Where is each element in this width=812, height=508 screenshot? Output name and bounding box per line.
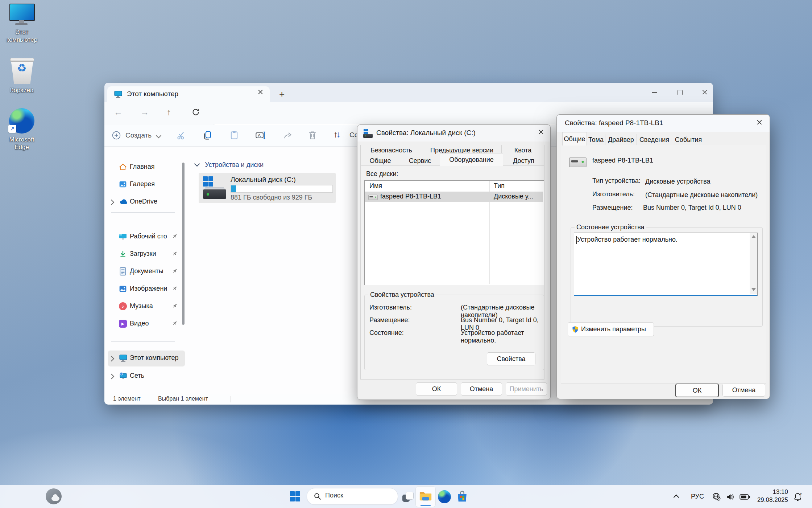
- taskbar: Поиск РУС 13:10 29.08.: [0, 485, 812, 508]
- sidebar-item-this-pc[interactable]: Этот компьютер: [108, 351, 185, 366]
- sidebar-item-label: Этот компьютер: [130, 354, 179, 362]
- cut-icon[interactable]: [176, 130, 186, 142]
- change-settings-label: Изменить параметры: [581, 325, 646, 333]
- search-label: Поиск: [325, 492, 343, 499]
- refresh-icon[interactable]: [191, 108, 200, 118]
- notification-bell-icon[interactable]: z: [792, 492, 803, 503]
- share-icon[interactable]: [283, 130, 293, 142]
- tab-hardware[interactable]: Оборудование: [440, 153, 503, 166]
- tab-details[interactable]: Сведения: [637, 134, 672, 146]
- sidebar-item-pictures[interactable]: Изображени: [108, 281, 181, 297]
- disks-list[interactable]: Имя Тип faspeed P8-1TB-LB1 Дисковые у...: [364, 180, 544, 285]
- ok-button[interactable]: ОК: [675, 384, 719, 397]
- pin-icon: [172, 320, 178, 328]
- sidebar-item-label: Галерея: [130, 180, 155, 188]
- desktop-icon-this-pc[interactable]: Этот компьютер: [0, 4, 44, 44]
- battery-icon[interactable]: [740, 494, 750, 501]
- this-pc-icon: [9, 4, 35, 26]
- forward-icon[interactable]: →: [140, 107, 149, 117]
- all-disks-label: Все диски:: [366, 170, 398, 178]
- scroll-down-icon[interactable]: [751, 288, 756, 291]
- list-row-selected[interactable]: faspeed P8-1TB-LB1 Дисковые у...: [365, 192, 543, 202]
- volume-icon[interactable]: [726, 492, 735, 503]
- cancel-button[interactable]: Отмена: [722, 384, 765, 397]
- back-icon[interactable]: ←: [114, 107, 123, 117]
- tab-sharing[interactable]: Доступ: [503, 155, 544, 166]
- dialog-titlebar[interactable]: Свойства: faspeed P8-1TB-LB1: [557, 115, 770, 132]
- sidebar-item-onedrive[interactable]: OneDrive: [108, 194, 181, 210]
- expander-chevron-icon[interactable]: [109, 200, 115, 205]
- change-settings-button[interactable]: Изменить параметры: [568, 322, 654, 336]
- desktop-icon-edge[interactable]: ↗ Microsoft Edge: [0, 108, 44, 151]
- tab-close-icon[interactable]: [255, 89, 265, 99]
- search-box[interactable]: Поиск: [307, 488, 398, 505]
- section-header-devices[interactable]: Устройства и диски: [195, 161, 264, 169]
- tab-driver[interactable]: Драйвер: [605, 134, 637, 146]
- tab-quota[interactable]: Квота: [501, 145, 544, 155]
- sidebar-item-home[interactable]: Главная: [108, 159, 181, 175]
- sidebar-item-music[interactable]: ♪ Музыка: [108, 299, 181, 315]
- properties-button[interactable]: Свойства: [487, 352, 535, 365]
- new-tab-button[interactable]: +: [279, 89, 285, 100]
- tab-security[interactable]: Безопасность: [360, 145, 422, 155]
- copy-icon[interactable]: [202, 130, 212, 142]
- task-view-icon[interactable]: [401, 490, 414, 503]
- start-button[interactable]: [290, 491, 300, 501]
- clock[interactable]: 13:10 29.08.2025: [753, 488, 788, 504]
- up-icon[interactable]: ↑: [167, 107, 171, 117]
- desktop-icon-recycle-bin[interactable]: ♻ Корзина: [0, 58, 44, 94]
- sidebar-item-network[interactable]: Сеть: [108, 368, 181, 384]
- network-globe-icon[interactable]: [712, 492, 721, 503]
- disk-tile[interactable]: Локальный диск (C:) 881 ГБ свободно из 9…: [199, 173, 336, 203]
- svg-text:A: A: [258, 133, 261, 138]
- sidebar-item-documents[interactable]: Документы: [108, 264, 181, 280]
- window-close-icon[interactable]: [696, 86, 713, 99]
- explorer-tab[interactable]: Этот компьютер: [107, 86, 270, 102]
- dialog-close-icon[interactable]: [754, 119, 765, 128]
- device-state-group: Состояние устройства Устройство работает…: [571, 227, 763, 327]
- device-state-textbox[interactable]: Устройство работает нормально.: [574, 233, 758, 296]
- edge-taskbar-icon[interactable]: [438, 490, 451, 503]
- scroll-up-icon[interactable]: [751, 235, 756, 238]
- minimize-button[interactable]: [646, 86, 663, 99]
- column-header-name[interactable]: Имя: [369, 182, 382, 190]
- apply-button[interactable]: Применить: [506, 382, 547, 396]
- store-icon[interactable]: [455, 489, 469, 505]
- tab-general[interactable]: Общие: [562, 132, 587, 146]
- sidebar-item-videos[interactable]: ▶ Видео: [108, 316, 181, 332]
- expander-chevron-icon[interactable]: [109, 356, 115, 362]
- tab-general[interactable]: Общие: [360, 155, 400, 166]
- drive-title-icon: [363, 129, 373, 138]
- cancel-button[interactable]: Отмена: [461, 382, 502, 396]
- widgets-weather-icon[interactable]: [46, 488, 62, 504]
- dialog-titlebar[interactable]: Свойства: Локальный диск (C:): [357, 125, 550, 142]
- sidebar-item-label: Музыка: [130, 302, 153, 310]
- tab-volumes[interactable]: Тома: [587, 134, 605, 146]
- maximize-button[interactable]: [672, 86, 688, 99]
- ok-button[interactable]: ОК: [416, 382, 457, 396]
- tab-tools[interactable]: Сервис: [400, 155, 440, 166]
- sidebar-item-gallery[interactable]: Галерея: [108, 177, 181, 193]
- create-button[interactable]: Создать: [112, 129, 166, 143]
- desktop-folder-icon: [119, 233, 127, 242]
- column-header-type[interactable]: Тип: [494, 182, 505, 190]
- sidebar-item-desktop[interactable]: Рабочий сто: [108, 229, 181, 245]
- toolbar-divider: [171, 131, 171, 141]
- tray-time: 13:10: [753, 488, 788, 496]
- sidebar-item-downloads[interactable]: Загрузки: [108, 246, 181, 262]
- paste-icon[interactable]: [229, 130, 239, 142]
- expander-chevron-icon[interactable]: [109, 374, 115, 380]
- delete-icon[interactable]: [307, 130, 318, 142]
- dialog-title: Свойства: Локальный диск (C:): [376, 129, 476, 137]
- textbox-scrollbar[interactable]: [750, 233, 757, 294]
- rename-icon[interactable]: A: [255, 130, 266, 142]
- sort-icon[interactable]: ↑↓: [334, 129, 341, 139]
- language-indicator[interactable]: РУС: [691, 493, 704, 500]
- dialog-close-icon[interactable]: [536, 129, 546, 138]
- state-value: Устройство работает нормально.: [461, 329, 544, 344]
- file-explorer-taskbar-button[interactable]: [415, 486, 436, 507]
- sidebar-scrollbar[interactable]: [182, 163, 185, 325]
- tray-date: 29.08.2025: [753, 496, 788, 504]
- tray-chevron-up-icon[interactable]: [674, 495, 679, 500]
- tab-events[interactable]: События: [672, 134, 705, 146]
